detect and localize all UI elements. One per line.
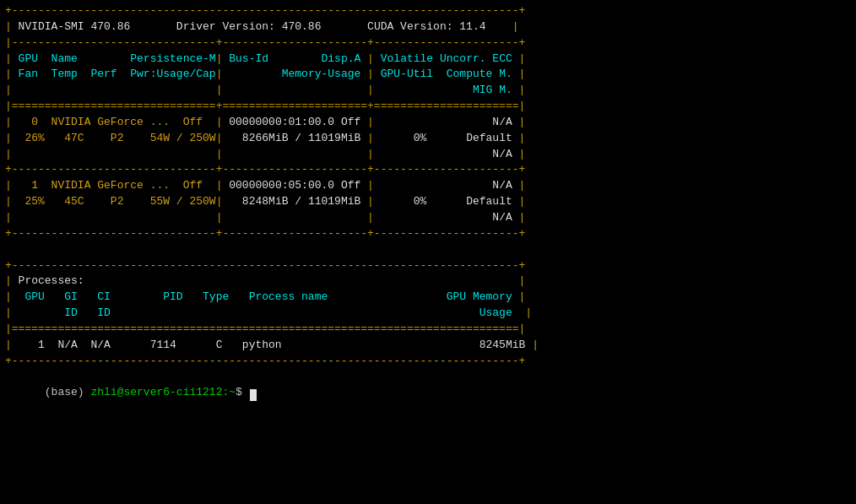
prompt-line[interactable]: (base) zhli@server6-cii1212:~$ — [5, 369, 851, 417]
border-eq-1: |===============================+=======… — [5, 99, 851, 115]
gpu1-row2: | 25% 45C P2 55W / 250W| 8248MiB / 11019… — [5, 194, 851, 210]
gpu1-row3: | | | N/A | — [5, 210, 851, 226]
proc-row-1: | 1 N/A N/A 7114 C python 8245MiB | — [5, 338, 851, 354]
gpu0-row1: | 0 NVIDIA GeForce ... Off | 00000000:01… — [5, 115, 851, 131]
terminal-window[interactable]: +---------------------------------------… — [0, 0, 856, 504]
prompt-tilde: ~ — [229, 386, 236, 398]
header-line-4: | | | MIG M. | — [5, 83, 851, 99]
border-gpu-sep: +-------------------------------+-------… — [5, 162, 851, 178]
border-proc-eq: |=======================================… — [5, 322, 851, 338]
gpu1-row1: | 1 NVIDIA GeForce ... Off | 00000000:05… — [5, 178, 851, 194]
header-line-1: | NVIDIA-SMI 470.86 Driver Version: 470.… — [5, 19, 851, 35]
terminal-cursor — [250, 389, 257, 401]
prompt-base-label: (base) — [45, 386, 91, 398]
border-proc-bot: +---------------------------------------… — [5, 354, 851, 370]
proc-header-1: | Processes: | — [5, 274, 851, 290]
border-mid-1: |-------------------------------+-------… — [5, 35, 851, 51]
border-top: +---------------------------------------… — [5, 3, 851, 19]
gpu0-row2: | 26% 47C P2 54W / 250W| 8266MiB / 11019… — [5, 131, 851, 147]
proc-col-header-1: | GPU GI CI PID Type Process name GPU Me… — [5, 290, 851, 306]
nvidia-smi-output: +---------------------------------------… — [0, 0, 856, 420]
gpu0-row3: | | | N/A | — [5, 147, 851, 163]
blank-line-1 — [5, 242, 851, 258]
header-line-3: | Fan Temp Perf Pwr:Usage/Cap| Memory-Us… — [5, 67, 851, 83]
border-gpu-bot: +-------------------------------+-------… — [5, 226, 851, 242]
header-line-2: | GPU Name Persistence-M| Bus-Id Disp.A … — [5, 51, 851, 68]
prompt-dollar: $ — [236, 386, 249, 398]
proc-col-header-2: | ID ID Usage | — [5, 306, 851, 322]
prompt-user-host: zhli@server6-cii1212: — [90, 386, 229, 398]
border-proc-top: +---------------------------------------… — [5, 258, 851, 274]
